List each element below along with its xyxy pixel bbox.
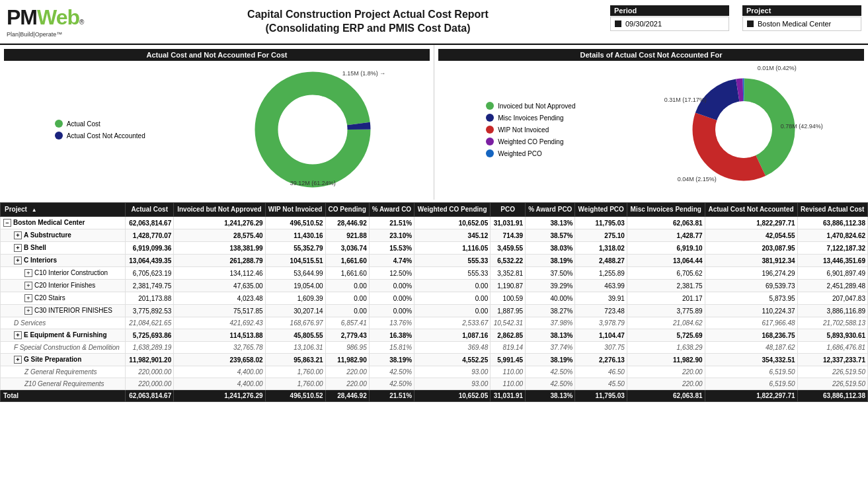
expand-icon[interactable]: +	[24, 269, 32, 277]
cell-value: 0.00	[414, 305, 491, 317]
cell-value: 110.00	[491, 366, 526, 378]
cell-value: 5,725.69	[627, 329, 705, 342]
total-cell: 11,795.03	[575, 390, 627, 402]
expand-icon[interactable]: +	[24, 307, 32, 315]
cell-value: 0.00%	[369, 280, 414, 292]
cell-value: 2,451,289.48	[797, 280, 867, 292]
table-row: +C30 INTERIOR FINISHES3,775,892.5375,517…	[1, 305, 868, 317]
cell-value: 5,991.45	[491, 354, 526, 366]
cell-value: 4,552.25	[414, 354, 491, 366]
cell-value: 42.50%	[526, 378, 575, 390]
cell-value: 1,241,276.29	[174, 217, 265, 229]
cell-value: 207,047.83	[797, 292, 867, 305]
table-row: Z10 General Requirements220,000.004,400.…	[1, 378, 868, 390]
sort-arrow-project[interactable]: ▲	[32, 207, 37, 214]
right-label-top: 0.01M (0.42%)	[758, 65, 797, 71]
legend-item-actual-cost: Actual Cost	[55, 120, 145, 128]
cell-project-name: +C30 INTERIOR FINISHES	[1, 305, 126, 317]
logo-area: PM Web ® Plan|Build|Operate™	[7, 5, 126, 38]
legend-label-weighted-co: Weighted CO Pending	[498, 138, 563, 145]
expand-icon[interactable]: +	[14, 257, 22, 264]
expand-icon[interactable]: +	[24, 294, 32, 302]
cell-value: 46.50	[575, 366, 627, 378]
cell-value: 13,064,439.35	[126, 255, 174, 267]
legend-label-not-accounted: Actual Cost Not Accounted	[67, 132, 145, 140]
expand-icon[interactable]: +	[14, 231, 22, 239]
col-misc-invoices-pending: Misc Invoices Pending	[627, 203, 705, 217]
cell-value: 5,893,930.61	[797, 329, 867, 342]
cell-value: 369.48	[414, 342, 491, 354]
cell-value: 37.98%	[526, 317, 575, 329]
table-row: +A Substructure1,428,770.0728,575.4011,4…	[1, 229, 868, 242]
cell-value: 1,104.47	[575, 329, 627, 342]
cell-value: 13,064.44	[627, 255, 705, 267]
project-value-row[interactable]: Boston Medical Center	[742, 17, 861, 31]
cell-project-name: Z10 General Requirements	[1, 378, 126, 390]
cell-value: 12,337,233.71	[797, 354, 867, 366]
table-row: D Services21,084,621.65421,692.43168,676…	[1, 317, 868, 329]
col-co-pending: CO Pending	[325, 203, 369, 217]
left-donut-svg	[247, 63, 379, 196]
cell-value: 203,087.95	[705, 242, 797, 255]
legend-label-weighted-pco: Weighted PCO	[498, 150, 542, 157]
cell-value: 38.13%	[526, 329, 575, 342]
cell-project-name: +B Shell	[1, 242, 126, 255]
cell-value: 21,084.62	[627, 317, 705, 329]
left-chart-title: Actual Cost and Not Accounted For Cost	[4, 49, 430, 61]
cell-value: 1,822,297.71	[705, 217, 797, 229]
cell-value: 31,031.91	[491, 217, 526, 229]
cell-value: 93.00	[414, 366, 491, 378]
col-pco: PCO	[491, 203, 526, 217]
cell-value: 1,609.39	[265, 292, 325, 305]
table-row: +C20 Stairs201,173.884,023.481,609.390.0…	[1, 292, 868, 305]
legend-dot-weighted-co	[486, 138, 494, 145]
expand-icon[interactable]: +	[14, 244, 22, 252]
project-filter[interactable]: Project Boston Medical Center	[742, 5, 861, 31]
cell-value: 134,112.46	[174, 267, 265, 280]
cell-value: 1,470,824.62	[797, 229, 867, 242]
legend-label-wip: WIP Not Invoiced	[498, 126, 549, 134]
cell-value: 196,274.29	[705, 267, 797, 280]
cell-value: 0.00%	[369, 305, 414, 317]
cell-project-name: +E Equipment & Furnishing	[1, 329, 126, 342]
cell-value: 21,084,621.65	[126, 317, 174, 329]
table-section: Project ▲ Actual Cost Invoiced but Not A…	[0, 202, 868, 402]
cell-value: 42.50%	[369, 366, 414, 378]
cell-value: 220.00	[325, 378, 369, 390]
period-label: Period	[610, 5, 729, 16]
cell-value: 11,982,901.20	[126, 354, 174, 366]
cell-value: 6,532.22	[491, 255, 526, 267]
cell-value: 1,116.05	[414, 242, 491, 255]
period-filter[interactable]: Period 09/30/2021	[610, 5, 729, 31]
expand-icon[interactable]: +	[14, 356, 22, 364]
cell-value: 6,901,897.49	[797, 267, 867, 280]
logo-reg: ®	[79, 19, 84, 26]
right-label-right: 0.78M (42.94%)	[781, 123, 823, 130]
cell-value: 4.74%	[369, 255, 414, 267]
expand-icon[interactable]: −	[3, 219, 11, 227]
cell-value: 38.03%	[526, 242, 575, 255]
col-wip-not-invoiced: WIP Not Invoiced	[265, 203, 325, 217]
cell-value: 138,381.99	[174, 242, 265, 255]
legend-dot-not-accounted	[55, 132, 63, 140]
col-weighted-pco: Weighted PCO	[575, 203, 627, 217]
table-row: −Boston Medical Center62,063,814.671,241…	[1, 217, 868, 229]
cell-value: 5,725,693.86	[126, 329, 174, 342]
cell-value: 220.00	[627, 378, 705, 390]
cell-value: 714.39	[491, 229, 526, 242]
report-title: Capital Construction Project Actual Cost…	[126, 8, 610, 36]
cell-value: 0.00	[325, 305, 369, 317]
cell-value: 62,063.81	[627, 217, 705, 229]
charts-section: Actual Cost and Not Accounted For Cost A…	[0, 44, 868, 200]
legend-dot-invoiced	[486, 102, 494, 110]
expand-icon[interactable]: +	[24, 282, 32, 290]
cell-value: 39.91	[575, 292, 627, 305]
expand-icon[interactable]: +	[14, 331, 22, 339]
period-value-row[interactable]: 09/30/2021	[610, 17, 729, 31]
cell-value: 114,513.88	[174, 329, 265, 342]
cell-value: 1,638.29	[627, 342, 705, 354]
total-cell: 1,822,297.71	[705, 390, 797, 402]
cell-value: 15.81%	[369, 342, 414, 354]
table-row: +E Equipment & Furnishing5,725,693.86114…	[1, 329, 868, 342]
col-pct-award-pco: % Award PCO	[526, 203, 575, 217]
